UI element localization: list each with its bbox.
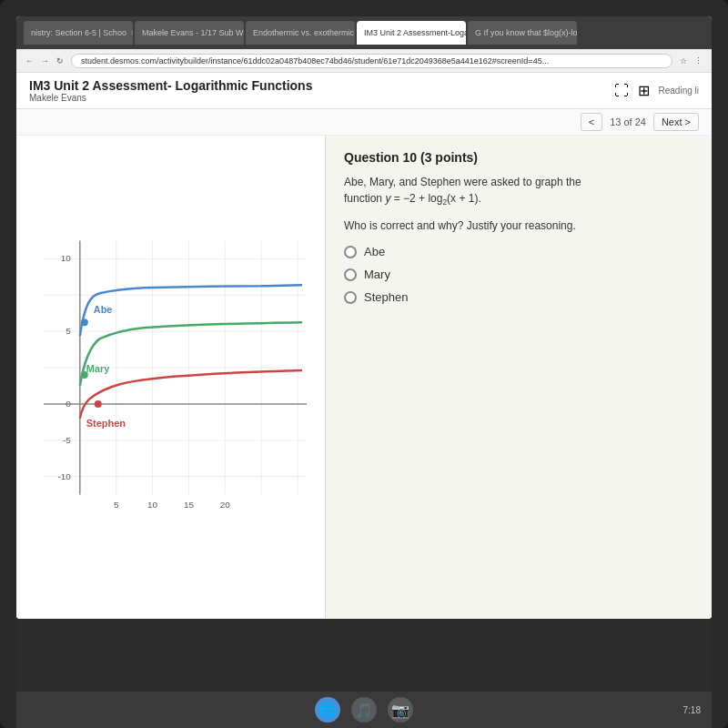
svg-text:-10: -10 — [57, 471, 71, 481]
svg-text:15: 15 — [184, 500, 195, 510]
option-stephen[interactable]: Stephen — [344, 290, 693, 304]
fullscreen-icon[interactable]: ⛶ — [614, 83, 629, 99]
question-title: Question 10 (3 points) — [344, 150, 693, 165]
svg-text:0: 0 — [66, 399, 71, 409]
tab-im3[interactable]: IM3 Unit 2 Assessment-Logan ✕ — [357, 21, 466, 45]
taskbar-chrome-icon[interactable]: 🌐 — [315, 697, 340, 723]
svg-text:5: 5 — [114, 500, 119, 510]
browser-chrome: nistry: Section 6-5 | Schoo ✕ Makele Eva… — [16, 16, 712, 49]
next-button[interactable]: Next > — [653, 113, 699, 131]
svg-text:20: 20 — [220, 500, 231, 510]
url-box[interactable]: student.desmos.com/activitybuilder/insta… — [71, 54, 672, 68]
reading-label: Reading li — [659, 86, 699, 96]
grid-icon[interactable]: ⊞ — [638, 82, 650, 99]
prev-button[interactable]: < — [581, 113, 602, 131]
header-bar: IM3 Unit 2 Assessment- Logarithmic Funct… — [16, 73, 712, 109]
tab-bar: nistry: Section 6-5 | Schoo ✕ Makele Eva… — [24, 16, 577, 49]
forward-icon[interactable]: → — [41, 56, 49, 66]
tab-makele[interactable]: Makele Evans - 1/17 Sub Wor ✕ — [135, 21, 244, 45]
tab-endothermic[interactable]: Endothermic vs. exothermic r ✕ — [246, 21, 355, 45]
option-abe-label: Abe — [364, 245, 385, 258]
radio-abe[interactable] — [344, 246, 357, 258]
taskbar: 🌐 🎵 📷 7:18 — [16, 692, 712, 728]
student-name: Makele Evans — [29, 93, 312, 103]
question-description: Abe, Mary, and Stephen were asked to gra… — [344, 174, 693, 208]
menu-icon[interactable]: ⋮ — [694, 56, 703, 66]
option-mary[interactable]: Mary — [344, 268, 693, 281]
radio-stephen[interactable] — [344, 291, 357, 304]
main-layout: 10 5 0 -5 -10 5 10 15 20 — [16, 136, 712, 618]
keyboard-area — [16, 619, 712, 692]
header-icons: ⛶ ⊞ Reading li — [614, 82, 699, 99]
radio-mary[interactable] — [344, 268, 357, 281]
page-title: IM3 Unit 2 Assessment- Logarithmic Funct… — [29, 78, 312, 93]
option-mary-label: Mary — [364, 268, 390, 281]
nav-bar: < 13 of 24 Next > — [16, 109, 712, 136]
svg-text:10: 10 — [147, 500, 158, 510]
svg-point-26 — [81, 318, 88, 326]
page-content: IM3 Unit 2 Assessment- Logarithmic Funct… — [16, 73, 712, 619]
svg-text:Stephen: Stephen — [86, 418, 126, 429]
page-indicator: 13 of 24 — [610, 116, 646, 127]
screen: nistry: Section 6-5 | Schoo ✕ Makele Eva… — [16, 16, 712, 619]
option-abe[interactable]: Abe — [344, 245, 693, 258]
address-bar: ← → ↻ student.desmos.com/activitybuilder… — [16, 49, 712, 73]
svg-point-30 — [95, 400, 102, 408]
taskbar-time: 7:18 — [683, 705, 701, 715]
svg-text:5: 5 — [66, 326, 71, 336]
svg-text:10: 10 — [61, 253, 72, 263]
question-area: Question 10 (3 points) Abe, Mary, and St… — [326, 136, 712, 618]
taskbar-app-icon[interactable]: 📷 — [388, 697, 413, 723]
laptop-bezel: nistry: Section 6-5 | Schoo ✕ Makele Eva… — [0, 0, 728, 728]
tab-chemistry[interactable]: nistry: Section 6-5 | Schoo ✕ — [24, 21, 133, 45]
tab-google[interactable]: G If you know that $log(x)-log ✕ — [468, 21, 577, 45]
bookmark-icon[interactable]: ☆ — [680, 56, 687, 66]
svg-text:Mary: Mary — [86, 363, 110, 374]
svg-text:-5: -5 — [63, 435, 71, 445]
question-prompt: Who is correct and why? Justify your rea… — [344, 219, 693, 232]
option-stephen-label: Stephen — [364, 290, 408, 304]
taskbar-music-icon[interactable]: 🎵 — [351, 697, 377, 723]
refresh-icon[interactable]: ↻ — [56, 56, 64, 66]
svg-text:Abe: Abe — [94, 304, 113, 315]
graph-svg: 10 5 0 -5 -10 5 10 15 20 — [25, 145, 316, 609]
graph-area: 10 5 0 -5 -10 5 10 15 20 — [16, 136, 326, 618]
back-icon[interactable]: ← — [25, 56, 34, 66]
tab-close-icon[interactable]: ✕ — [130, 29, 133, 37]
